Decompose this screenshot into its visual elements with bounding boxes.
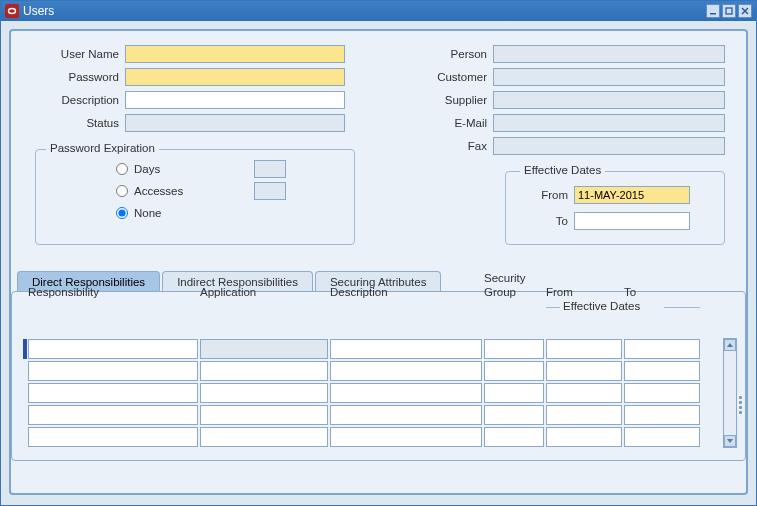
password-exp-none-radio[interactable]	[116, 207, 128, 219]
grid-cell-to[interactable]	[624, 427, 700, 447]
effective-dates-fieldset: Effective Dates From To	[505, 171, 725, 245]
minimize-button[interactable]	[706, 4, 720, 18]
col-security-header-line1: Security	[484, 272, 526, 284]
grid-cell-responsibility[interactable]	[28, 405, 198, 425]
grid-cell-application[interactable]	[200, 361, 328, 381]
users-window: Users User Name Password Description Sta…	[0, 0, 757, 506]
grid-cell-to[interactable]	[624, 405, 700, 425]
grid-cell-security_group[interactable]	[484, 427, 544, 447]
email-field[interactable]	[493, 114, 725, 132]
grid-cell-application[interactable]	[200, 383, 328, 403]
client-area: User Name Password Description Status Pe…	[9, 29, 748, 495]
grid-cell-description[interactable]	[330, 383, 482, 403]
grid-cell-from[interactable]	[546, 427, 622, 447]
col-description-header: Description	[330, 286, 388, 298]
scroll-down-button[interactable]	[724, 435, 736, 447]
description-label: Description	[25, 94, 125, 106]
grid-cell-security_group[interactable]	[484, 405, 544, 425]
col-security-header-line2: Group	[484, 286, 516, 298]
col-to-header: To	[624, 286, 636, 298]
grid-cell-to[interactable]	[624, 383, 700, 403]
grid-cell-description[interactable]	[330, 405, 482, 425]
vertical-scrollbar[interactable]	[723, 338, 737, 448]
scroll-up-button[interactable]	[724, 339, 736, 351]
table-row	[28, 338, 719, 360]
grid-cell-responsibility[interactable]	[28, 361, 198, 381]
svg-rect-1	[710, 13, 716, 15]
divider-line	[546, 307, 560, 308]
titlebar: Users	[1, 1, 756, 21]
password-exp-accesses-label: Accesses	[134, 185, 214, 197]
grid-effective-dates-legend: Effective Dates	[563, 300, 640, 312]
grid-cell-security_group[interactable]	[484, 339, 544, 359]
fax-field[interactable]	[493, 137, 725, 155]
grid-cell-responsibility[interactable]	[28, 427, 198, 447]
grid-cell-application[interactable]	[200, 405, 328, 425]
grid-cell-description[interactable]	[330, 339, 482, 359]
description-field[interactable]	[125, 91, 345, 109]
window-title: Users	[23, 4, 54, 18]
divider-line	[664, 307, 700, 308]
user-name-label: User Name	[25, 48, 125, 60]
password-exp-days-radio[interactable]	[116, 163, 128, 175]
grid-cell-security_group[interactable]	[484, 383, 544, 403]
effective-from-label: From	[514, 189, 574, 201]
table-row	[28, 426, 719, 448]
password-field[interactable]	[125, 68, 345, 86]
grid-cell-from[interactable]	[546, 361, 622, 381]
table-row	[28, 404, 719, 426]
table-row	[28, 360, 719, 382]
table-row	[28, 382, 719, 404]
grid-cell-responsibility[interactable]	[28, 339, 198, 359]
grid-cell-responsibility[interactable]	[28, 383, 198, 403]
fax-label: Fax	[411, 140, 493, 152]
close-button[interactable]	[738, 4, 752, 18]
password-label: Password	[25, 71, 125, 83]
grid-cell-description[interactable]	[330, 361, 482, 381]
customer-label: Customer	[411, 71, 493, 83]
grid-cell-application[interactable]	[200, 427, 328, 447]
maximize-button[interactable]	[722, 4, 736, 18]
svg-rect-2	[726, 8, 732, 14]
effective-dates-legend: Effective Dates	[520, 164, 605, 176]
customer-field[interactable]	[493, 68, 725, 86]
tab-body: Effective Dates Responsibility Applicati…	[11, 291, 746, 461]
grid-cell-from[interactable]	[546, 339, 622, 359]
effective-to-field[interactable]	[574, 212, 690, 230]
password-exp-accesses-radio[interactable]	[116, 185, 128, 197]
col-responsibility-header: Responsibility	[28, 286, 99, 298]
grid-cell-to[interactable]	[624, 361, 700, 381]
status-label: Status	[25, 117, 125, 129]
password-exp-none-label: None	[134, 207, 214, 219]
person-field[interactable]	[493, 45, 725, 63]
password-exp-days-value[interactable]	[254, 160, 286, 178]
grid-cell-to[interactable]	[624, 339, 700, 359]
current-row-indicator	[23, 339, 27, 359]
supplier-label: Supplier	[411, 94, 493, 106]
oracle-icon	[5, 4, 19, 18]
grid-cell-application[interactable]	[200, 339, 328, 359]
grid-cell-from[interactable]	[546, 383, 622, 403]
effective-from-field[interactable]	[574, 186, 690, 204]
grid-cell-from[interactable]	[546, 405, 622, 425]
effective-to-label: To	[514, 215, 574, 227]
col-from-header: From	[546, 286, 573, 298]
col-application-header: Application	[200, 286, 256, 298]
person-label: Person	[411, 48, 493, 60]
password-exp-accesses-value[interactable]	[254, 182, 286, 200]
grid-cell-description[interactable]	[330, 427, 482, 447]
grid-rows	[28, 338, 719, 448]
status-field[interactable]	[125, 114, 345, 132]
password-exp-days-label: Days	[134, 163, 214, 175]
supplier-field[interactable]	[493, 91, 725, 109]
responsibilities-tabs: Direct Responsibilities Indirect Respons…	[11, 271, 746, 461]
email-label: E-Mail	[411, 117, 493, 129]
drag-handle-icon[interactable]	[739, 394, 743, 416]
user-name-field[interactable]	[125, 45, 345, 63]
password-expiration-legend: Password Expiration	[46, 142, 159, 154]
svg-point-0	[9, 9, 16, 14]
grid-cell-security_group[interactable]	[484, 361, 544, 381]
password-expiration-fieldset: Password Expiration Days Accesses None	[35, 149, 355, 245]
